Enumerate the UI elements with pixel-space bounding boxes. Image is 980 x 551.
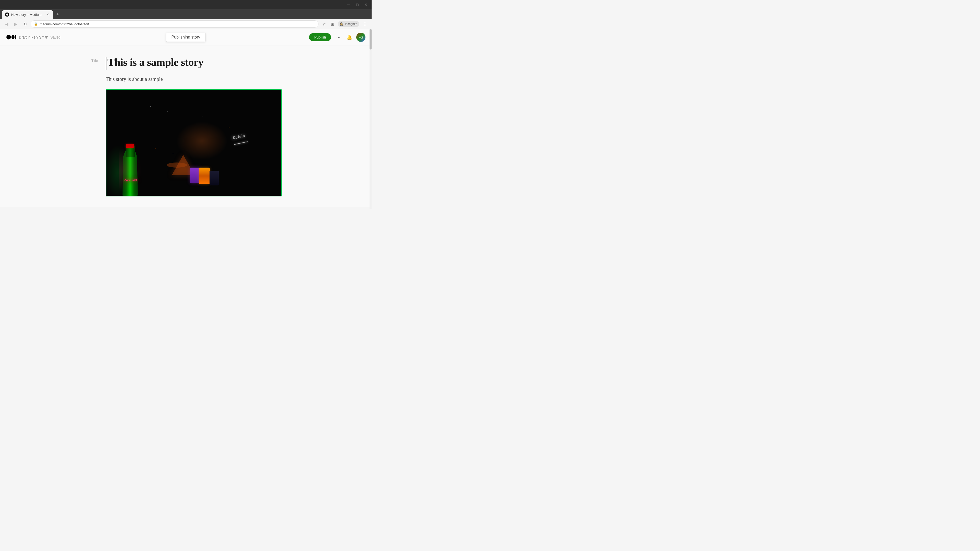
publish-button[interactable]: Publish: [309, 33, 331, 41]
svg-point-2: [15, 35, 16, 40]
active-tab[interactable]: New story – Medium ✕: [2, 10, 53, 19]
scrollbar-thumb[interactable]: [369, 29, 372, 49]
draft-info: Draft in Fely Smith Saved: [19, 35, 60, 39]
medium-logo-area: Draft in Fely Smith Saved: [6, 34, 60, 40]
avatar[interactable]: FS: [356, 33, 366, 42]
title-label: Title: [91, 56, 102, 63]
address-input[interactable]: 🔒 medium.com/p/f7226a5dcfba/edit: [30, 21, 318, 27]
address-text: medium.com/p/f7226a5dcfba/edit: [40, 22, 315, 26]
close-button[interactable]: ✕: [363, 1, 369, 8]
back-button[interactable]: ◀: [3, 21, 10, 27]
light-dot-5: [173, 153, 173, 154]
bookmark-icon[interactable]: ☆: [321, 21, 328, 27]
neon-sign: Kulula: [232, 133, 245, 140]
incognito-badge[interactable]: 🕵 Incognito: [338, 21, 360, 27]
incognito-label: Incognito: [345, 22, 357, 26]
bg-glow-1: [177, 122, 228, 160]
story-title[interactable]: This is a sample story: [107, 56, 204, 69]
editor-area: Title This is a sample story This story …: [0, 45, 372, 206]
title-cursor-area[interactable]: This is a sample story: [106, 56, 280, 70]
more-options-button[interactable]: ···: [334, 33, 342, 41]
minimize-button[interactable]: ─: [345, 1, 352, 8]
dark-can: [210, 171, 219, 186]
svg-point-1: [11, 35, 14, 40]
tab-close-button[interactable]: ✕: [45, 12, 50, 17]
header-actions: Publish ··· 🔔 FS: [309, 33, 366, 42]
browser-more-button[interactable]: ⋮: [361, 21, 369, 27]
svg-point-0: [6, 35, 11, 40]
night-scene: Coca-Cola Kulula: [107, 90, 281, 196]
purple-item: [190, 168, 200, 183]
forward-button[interactable]: ▶: [12, 21, 19, 27]
incognito-icon: 🕵: [340, 22, 344, 26]
text-cursor: [106, 57, 107, 70]
maximize-button[interactable]: □: [354, 1, 361, 8]
scrollbar[interactable]: [369, 29, 372, 209]
light-dot-1: [150, 106, 151, 106]
publishing-story-badge: Publishing story: [166, 33, 206, 42]
editor-container: Title This is a sample story This story …: [91, 56, 280, 197]
light-dot-2: [167, 111, 168, 112]
title-bar: ─ □ ✕: [0, 0, 372, 9]
coca-cola-label: Coca-Cola: [122, 178, 140, 182]
tab-favicon: [5, 13, 9, 17]
medium-header: Draft in Fely Smith Saved Publishing sto…: [0, 29, 372, 45]
address-actions: ☆ ⊞: [321, 21, 336, 27]
light-dot-3: [202, 117, 203, 117]
tab-title: New story – Medium: [11, 13, 43, 17]
reader-mode-icon[interactable]: ⊞: [329, 21, 336, 27]
reload-button[interactable]: ↻: [21, 21, 29, 27]
story-image: Coca-Cola Kulula: [106, 89, 282, 197]
title-row: Title This is a sample story: [91, 56, 280, 70]
saved-badge: Saved: [50, 35, 60, 39]
bottle-cap: [126, 144, 134, 148]
orange-can: [199, 168, 210, 184]
light-dot-6: [156, 148, 156, 149]
story-subtitle[interactable]: This story is about a sample: [106, 75, 280, 83]
address-bar: ◀ ▶ ↻ 🔒 medium.com/p/f7226a5dcfba/edit ☆…: [0, 19, 372, 29]
notifications-button[interactable]: 🔔: [345, 33, 353, 41]
new-tab-button[interactable]: +: [54, 11, 61, 18]
window-controls: ─ □ ✕: [345, 1, 369, 8]
light-dot-4: [229, 127, 229, 128]
lock-icon: 🔒: [34, 22, 38, 26]
browser-chrome: ─ □ ✕ New story – Medium ✕ +: [0, 0, 372, 29]
tab-bar: New story – Medium ✕ +: [0, 9, 372, 19]
coca-cola-bottle: Coca-Cola: [121, 144, 142, 196]
page-content: Draft in Fely Smith Saved Publishing sto…: [0, 29, 372, 206]
bottle-body: [123, 151, 138, 196]
draft-label: Draft in Fely Smith: [19, 35, 48, 39]
medium-logo[interactable]: [6, 34, 16, 40]
neon-sign-underline: [234, 141, 248, 144]
